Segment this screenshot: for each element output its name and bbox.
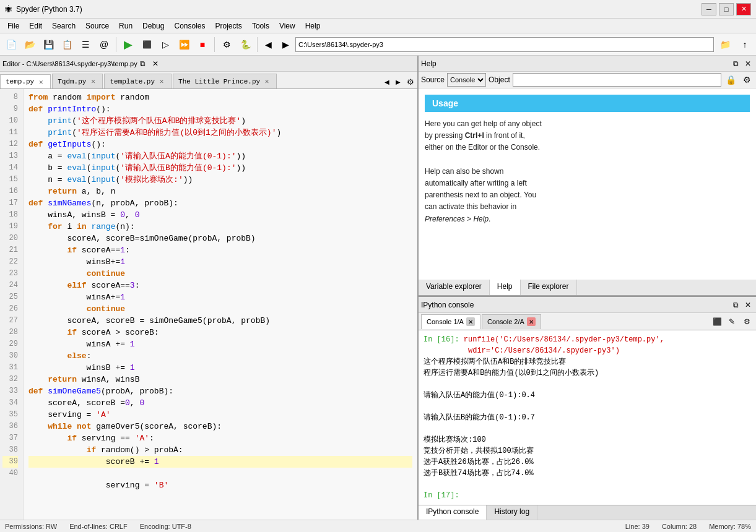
debug-button[interactable]: ⚙ (218, 36, 235, 53)
email-button[interactable]: @ (95, 36, 113, 53)
menubar: File Edit Search Source Run Debug Consol… (0, 19, 756, 33)
console-tabs-group: Console 1/A ✕ Console 2/A ✕ (419, 314, 708, 329)
tab-settings-button[interactable]: ⚙ (404, 75, 417, 88)
run-cell-next-button[interactable]: ⏩ (175, 36, 193, 53)
editor-float-button[interactable]: ⧉ (137, 58, 149, 69)
help-float-button[interactable]: ⧉ (730, 58, 741, 69)
tab-tqdm-py[interactable]: Tqdm.py ✕ (52, 74, 103, 88)
tab-temp-py[interactable]: temp.py ✕ (0, 74, 51, 89)
prompt-17: In [17]: (424, 491, 459, 500)
menu-edit[interactable]: Edit (24, 20, 47, 32)
forward-button[interactable]: ▶ (278, 37, 293, 52)
back-button[interactable]: ◀ (261, 37, 276, 52)
console-line-2: wdir='C:/Users/86134/.spyder-py3') (424, 345, 751, 356)
console-restart-button[interactable]: ✎ (725, 315, 739, 328)
minimize-button[interactable]: ─ (702, 3, 716, 15)
console-tab-2-close[interactable]: ✕ (527, 317, 536, 326)
tab-help[interactable]: Help (490, 280, 521, 295)
tab-template-py[interactable]: template.py ✕ (104, 74, 172, 88)
help-title: Help (421, 59, 437, 68)
console-line-1: In [16]: runfile('C:/Users/86134/.spyder… (424, 334, 751, 345)
save-file-button[interactable]: 💾 (40, 36, 57, 53)
tab-little-prince-label: The Little Prince.py (178, 78, 260, 85)
menu-source[interactable]: Source (80, 20, 114, 32)
source-select[interactable]: Console Editor (447, 73, 486, 87)
console-float-button[interactable]: ⧉ (730, 299, 741, 311)
code-area[interactable]: 89101112 1314151617 1819202122 232425262… (0, 89, 417, 520)
refresh-button[interactable]: ↑ (736, 36, 754, 53)
help-options-button[interactable]: ⚙ (740, 73, 754, 87)
tab-next-button[interactable]: ▶ (393, 75, 404, 88)
close-button[interactable]: ✕ (736, 3, 751, 15)
new-file-button[interactable]: 📄 (2, 36, 20, 53)
console-bottom-tabs: IPython console History log (419, 505, 756, 520)
menu-view[interactable]: View (274, 20, 300, 32)
console-line-11: In [17]: (424, 490, 751, 501)
stop-button[interactable]: ■ (194, 36, 211, 53)
menu-run[interactable]: Run (114, 20, 137, 32)
run-cell-button[interactable]: ▷ (157, 36, 174, 53)
open-file-button[interactable]: 📂 (21, 36, 38, 53)
profile-button[interactable]: 🐍 (237, 36, 254, 53)
menu-tools[interactable]: Tools (247, 20, 274, 32)
code-content[interactable]: from random import random def printIntro… (24, 89, 417, 520)
console-header: IPython console ⧉ ✕ (419, 297, 756, 313)
console-tab-1[interactable]: Console 1/A ✕ (421, 314, 480, 329)
console-line-8: 竞技分析开始，共模拟100场比赛 (424, 445, 751, 457)
tab-template-py-close[interactable]: ✕ (157, 77, 166, 86)
console-tab-2-label: Console 2/A (487, 318, 524, 325)
cmd-16-cont: wdir='C:/Users/86134/.spyder-py3') (468, 346, 620, 355)
console-close-button[interactable]: ✕ (742, 299, 754, 311)
editor-close-button[interactable]: ✕ (150, 58, 161, 69)
console-panel: IPython console ⧉ ✕ Console 1/A ✕ Consol… (419, 297, 756, 520)
menu-search[interactable]: Search (47, 20, 80, 32)
help-close-button[interactable]: ✕ (742, 58, 754, 69)
console-options-button[interactable]: ⚙ (740, 315, 754, 328)
tab-navigation: ◀ ▶ ⚙ (381, 75, 417, 88)
menu-help[interactable]: Help (300, 20, 326, 32)
tab-little-prince[interactable]: The Little Prince.py ✕ (173, 74, 277, 88)
help-text: Here you can get help of any object by p… (425, 118, 750, 225)
tab-tqdm-py-close[interactable]: ✕ (89, 77, 97, 86)
tab-tqdm-py-label: Tqdm.py (58, 78, 86, 85)
print-button[interactable]: ☰ (77, 36, 94, 53)
path-bar: ◀ ▶ 📁 ↑ (261, 36, 754, 53)
tab-temp-py-close[interactable]: ✕ (37, 77, 45, 86)
maximize-button[interactable]: □ (719, 3, 734, 15)
separator-1 (116, 37, 116, 52)
help-panel: Help ⧉ ✕ Source Console Editor Object 🔒 … (419, 56, 756, 297)
status-eol: End-of-lines: CRLF (69, 523, 128, 530)
tab-file-explorer[interactable]: File explorer (521, 280, 577, 295)
console-tab-1-close[interactable]: ✕ (466, 317, 475, 326)
tab-variable-explorer[interactable]: Variable explorer (419, 280, 490, 295)
run-file-button[interactable]: ⬛ (138, 36, 155, 53)
right-panel: Help ⧉ ✕ Source Console Editor Object 🔒 … (419, 56, 756, 520)
browse-button[interactable]: 📁 (716, 36, 734, 53)
tab-prev-button[interactable]: ◀ (381, 75, 393, 88)
status-permissions: Permissions: RW (5, 523, 57, 530)
menu-projects[interactable]: Projects (211, 20, 247, 32)
menu-consoles[interactable]: Consoles (169, 20, 210, 32)
save-as-button[interactable]: 📋 (58, 36, 76, 53)
object-input[interactable] (513, 73, 721, 87)
cmd-16: runfile('C:/Users/86134/.spyder-py3/temp… (464, 335, 664, 344)
help-lock-button[interactable]: 🔒 (724, 73, 737, 87)
run-button[interactable]: ▶ (119, 36, 137, 53)
console-interrupt-button[interactable]: ⬛ (710, 315, 724, 328)
statusbar: Permissions: RW End-of-lines: CRLF Encod… (0, 520, 756, 532)
window-controls: ─ □ ✕ (702, 3, 751, 15)
main-layout: Editor - C:\Users\86134\.spyder-py3\temp… (0, 56, 756, 520)
console-tab-2[interactable]: Console 2/A ✕ (482, 314, 541, 329)
menu-file[interactable]: File (2, 20, 24, 32)
object-label: Object (489, 75, 510, 84)
console-line-7: 模拟比赛场次:100 (424, 434, 751, 445)
tab-little-prince-close[interactable]: ✕ (263, 77, 271, 86)
separator-2 (214, 37, 215, 52)
path-input[interactable] (295, 37, 714, 52)
console-output[interactable]: In [16]: runfile('C:/Users/86134/.spyder… (419, 330, 756, 505)
bottom-tab-ipython[interactable]: IPython console (419, 505, 487, 520)
bottom-tab-history[interactable]: History log (487, 505, 537, 520)
titlebar: 🕷 Spyder (Python 3.7) ─ □ ✕ (0, 0, 756, 19)
status-encoding: Encoding: UTF-8 (140, 523, 191, 530)
menu-debug[interactable]: Debug (137, 20, 169, 32)
